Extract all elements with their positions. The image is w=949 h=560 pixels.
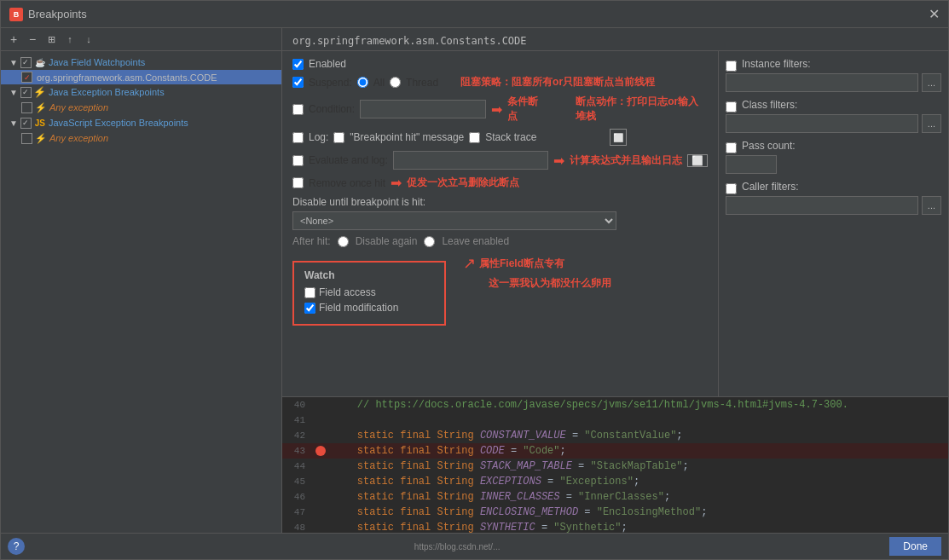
pass-count-checkbox[interactable]: [726, 142, 737, 153]
exception-icon: ⚡: [34, 86, 46, 98]
class-browse-button[interactable]: ...: [922, 114, 941, 133]
export-button[interactable]: ↑: [62, 32, 78, 47]
disable-again-radio[interactable]: [338, 236, 349, 247]
instance-filter-label[interactable]: Instance filters:: [742, 58, 811, 70]
remove-section: Remove once hit ➡ 促发一次立马删除此断点: [292, 175, 708, 191]
lightning-icon-1: ⚡: [35, 101, 47, 113]
class-filter-label[interactable]: Class filters:: [742, 99, 797, 111]
field-arrow: ↗: [463, 254, 476, 273]
js-exception-checkbox[interactable]: [20, 118, 32, 129]
field-item-label: org.springframework.asm.Constants.CODE: [37, 72, 217, 83]
field-modification-checkbox[interactable]: [304, 303, 315, 314]
done-button[interactable]: Done: [889, 537, 941, 556]
log-message-label[interactable]: "Breakpoint hit" message: [350, 131, 464, 143]
field-annotation-row: ↗ 属性Field断点专有: [463, 254, 611, 273]
add-button[interactable]: +: [6, 32, 21, 47]
pass-count-section: Pass count:: [726, 140, 941, 174]
condition-arrow: ➡: [491, 101, 502, 118]
eval-expand-button[interactable]: ⬜: [687, 154, 708, 167]
window-title: Breakpoints: [28, 8, 87, 20]
line-num-47: 47: [282, 507, 312, 517]
suspend-thread-radio[interactable]: [390, 77, 401, 88]
pass-count-label[interactable]: Pass count:: [742, 140, 796, 152]
field-modification-label[interactable]: Field modification: [319, 302, 398, 314]
pass-count-input[interactable]: [726, 155, 777, 174]
after-hit-row: After hit: Disable again Leave enabled: [292, 235, 708, 247]
remove-button[interactable]: −: [25, 32, 40, 47]
field-item-checkbox[interactable]: [21, 72, 32, 83]
help-button[interactable]: ?: [8, 538, 25, 555]
line-content-43: static final String CODE = "Code";: [326, 445, 948, 457]
caller-filter-input[interactable]: [726, 196, 918, 215]
line-content-42: static final String CONSTANT_VALUE = "Co…: [326, 430, 948, 442]
log-checkbox[interactable]: [292, 132, 304, 143]
suspend-label[interactable]: Suspend:: [309, 77, 352, 89]
tree-java-field-category[interactable]: ▼ ☕ Java Field Watchpoints: [1, 55, 281, 70]
instance-filter-input[interactable]: [726, 73, 918, 92]
app-icon: B: [9, 8, 23, 21]
java-exception-label: Java Exception Breakpoints: [49, 87, 165, 97]
line-num-40: 40: [282, 400, 312, 410]
any-exception-1-checkbox[interactable]: [21, 102, 32, 113]
expand-button[interactable]: ⬜: [610, 129, 627, 146]
tree-any-exception-2[interactable]: ⚡ Any exception: [1, 130, 281, 146]
condition-checkbox[interactable]: [292, 104, 304, 115]
disable-again-label[interactable]: Disable again: [356, 235, 418, 247]
class-filter-row: Class filters:: [726, 99, 941, 113]
condition-label[interactable]: Condition:: [309, 103, 355, 115]
line-num-42: 42: [282, 430, 312, 441]
any-exception-1-label: Any exception: [49, 102, 108, 113]
center-panel: org.springframework.asm.Constants.CODE E…: [282, 28, 948, 533]
evaluate-input[interactable]: [393, 151, 548, 170]
evaluate-checkbox[interactable]: [292, 155, 304, 166]
any-exception-2-checkbox[interactable]: [21, 133, 32, 144]
log-label[interactable]: Log:: [309, 131, 328, 143]
field-access-option: Field access: [304, 286, 434, 298]
group-button[interactable]: ⊞: [43, 32, 59, 47]
tree-java-exception-category[interactable]: ▼ ⚡ Java Exception Breakpoints: [1, 84, 281, 100]
instance-browse-button[interactable]: ...: [922, 73, 941, 92]
close-button[interactable]: ✕: [929, 6, 940, 22]
stack-trace-checkbox[interactable]: [469, 132, 480, 143]
import-button[interactable]: ↓: [81, 32, 96, 47]
class-filter-checkbox[interactable]: [726, 101, 737, 113]
stack-trace-label[interactable]: Stack trace: [485, 131, 536, 143]
disable-select[interactable]: <None>: [292, 211, 616, 230]
js-icon: JS: [34, 117, 46, 129]
java-field-checkbox[interactable]: [20, 57, 32, 68]
caller-filter-label[interactable]: Caller filters:: [742, 181, 799, 193]
breakpoint-title: org.springframework.asm.Constants.CODE: [282, 28, 948, 51]
remove-checkbox[interactable]: [292, 177, 304, 188]
suspend-thread-label[interactable]: Thread: [406, 77, 438, 89]
field-access-label[interactable]: Field access: [319, 286, 376, 298]
suspend-all-radio[interactable]: [357, 77, 368, 88]
filters-annotation-text: 这一票我认为都没什么卵用: [489, 277, 611, 289]
class-filter-input[interactable]: [726, 114, 918, 133]
instance-filter-checkbox[interactable]: [726, 61, 737, 72]
suspend-checkbox[interactable]: [292, 77, 304, 88]
tree-field-item[interactable]: org.springframework.asm.Constants.CODE: [1, 70, 281, 84]
enabled-checkbox[interactable]: [292, 59, 304, 70]
enabled-label[interactable]: Enabled: [309, 58, 346, 70]
java-exception-checkbox[interactable]: [20, 87, 32, 98]
code-line-45: 45 static final String EXCEPTIONS = "Exc…: [282, 474, 948, 489]
leave-enabled-label[interactable]: Leave enabled: [442, 235, 509, 247]
caller-filter-input-row: ...: [726, 196, 941, 215]
code-line-47: 47 static final String ENCLOSING_METHOD …: [282, 505, 948, 520]
field-access-checkbox[interactable]: [304, 287, 315, 298]
leave-enabled-radio[interactable]: [424, 236, 435, 247]
caller-browse-button[interactable]: ...: [922, 196, 941, 215]
filters-panel: Instance filters: ... Class filter: [718, 51, 948, 396]
condition-annotation: 条件断点: [507, 95, 545, 124]
evaluate-label[interactable]: Evaluate and log:: [309, 154, 388, 166]
code-line-40: 40 // https://docs.oracle.com/javase/spe…: [282, 397, 948, 413]
caller-filter-checkbox[interactable]: [726, 183, 737, 194]
condition-input[interactable]: [360, 100, 486, 118]
right-section: org.springframework.asm.Constants.CODE E…: [282, 28, 948, 533]
code-line-41: 41: [282, 413, 948, 428]
tree-js-exception-category[interactable]: ▼ JS JavaScript Exception Breakpoints: [1, 115, 281, 130]
suspend-all-label[interactable]: All: [373, 77, 385, 89]
remove-label[interactable]: Remove once hit: [309, 177, 385, 189]
log-message-checkbox[interactable]: [333, 132, 344, 143]
tree-any-exception-1[interactable]: ⚡ Any exception: [1, 100, 281, 115]
